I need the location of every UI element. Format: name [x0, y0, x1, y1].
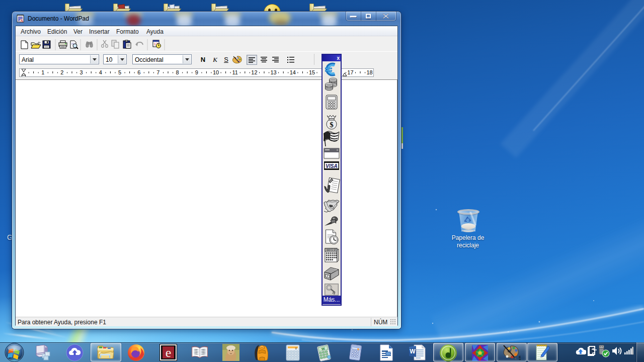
svg-text:VISA: VISA [326, 163, 337, 169]
svg-text:W: W [410, 348, 416, 355]
svg-text:5: 5 [519, 355, 521, 361]
svg-text:e: e [166, 345, 172, 360]
svg-text:0: 0 [295, 347, 297, 350]
svg-text:A: A [20, 18, 23, 23]
svg-text:$: $ [330, 121, 334, 129]
svg-text:MAYO 97: MAYO 97 [327, 249, 337, 251]
